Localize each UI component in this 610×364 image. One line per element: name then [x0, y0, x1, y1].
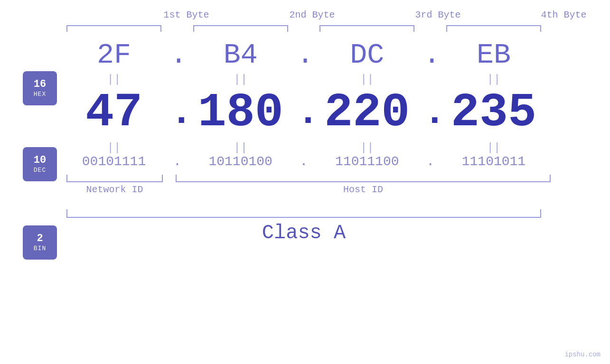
class-label: Class A [66, 222, 541, 244]
eq-6: || [193, 141, 288, 154]
top-bracket-2 [193, 25, 288, 32]
eq-1: || [66, 73, 161, 86]
bin-byte-4: 11101011 [446, 154, 541, 169]
dot-bin-3: . [423, 154, 438, 169]
dec-byte-1: 47 [66, 86, 161, 140]
eq-8: || [446, 141, 541, 154]
eq-7: || [319, 141, 414, 154]
dot-hex-1: . [170, 39, 184, 71]
hex-byte-1: 2F [66, 39, 161, 71]
hex-byte-2: B4 [193, 39, 288, 71]
byte-header-3: 3rd Byte [386, 9, 490, 20]
page-container: 16 HEX 10 DEC 2 BIN 1st Byte 2nd Byte 3r… [0, 0, 610, 364]
host-id-label: Host ID [176, 184, 551, 195]
dot-bin-2: . [297, 154, 311, 169]
equals-row-2: || || || || [66, 141, 541, 154]
byte-header-1: 1st Byte [134, 9, 239, 20]
bin-byte-1: 00101111 [66, 154, 161, 169]
top-bracket-4 [446, 25, 541, 32]
content-area: 1st Byte 2nd Byte 3rd Byte 4th Byte 2F .… [62, 9, 601, 244]
bottom-brackets: Network ID Host ID [66, 175, 551, 201]
top-bracket-1 [66, 25, 161, 32]
byte-headers: 1st Byte 2nd Byte 3rd Byte 4th Byte [123, 9, 610, 20]
dot-dec-2: . [297, 94, 311, 132]
badge-bin: 2 BIN [23, 225, 57, 260]
equals-row-1: || || || || [66, 73, 541, 86]
badge-bin-num: 2 [37, 233, 43, 244]
badge-hex-num: 16 [34, 79, 46, 90]
byte-header-4: 4th Byte [512, 9, 610, 20]
class-a-section: Class A [66, 209, 541, 244]
top-bracket-3 [319, 25, 414, 32]
hex-row: 2F . B4 . DC . EB [66, 39, 541, 71]
bin-row: 00101111 . 10110100 . 11011100 . 1110101… [66, 154, 541, 169]
class-bracket [66, 209, 541, 218]
eq-3: || [319, 73, 414, 86]
hex-byte-4: EB [446, 39, 541, 71]
badge-hex-label: HEX [34, 91, 46, 98]
dot-hex-3: . [423, 39, 438, 71]
dot-dec-1: . [170, 94, 184, 132]
eq-5: || [66, 141, 161, 154]
watermark: ipshu.com [564, 351, 601, 358]
badge-dec-num: 10 [34, 155, 46, 166]
dot-hex-2: . [297, 39, 311, 71]
eq-2: || [193, 73, 288, 86]
badge-dec-label: DEC [34, 167, 46, 174]
bin-byte-3: 11011100 [319, 154, 414, 169]
badge-bin-label: BIN [34, 245, 46, 252]
hex-byte-3: DC [319, 39, 414, 71]
dot-bin-1: . [170, 154, 184, 169]
bin-byte-2: 10110100 [193, 154, 288, 169]
dec-row: 47 . 180 . 220 . 235 [66, 86, 541, 140]
network-id-label: Network ID [66, 184, 163, 195]
badge-dec: 10 DEC [23, 147, 57, 181]
badge-hex: 16 HEX [23, 71, 57, 105]
network-bracket [66, 175, 163, 182]
eq-4: || [446, 73, 541, 86]
dec-byte-2: 180 [193, 86, 288, 140]
dot-dec-3: . [423, 94, 438, 132]
top-brackets [66, 25, 541, 32]
dec-byte-3: 220 [319, 86, 414, 140]
byte-header-2: 2nd Byte [260, 9, 365, 20]
dec-byte-4: 235 [446, 86, 541, 140]
host-bracket [176, 175, 551, 182]
